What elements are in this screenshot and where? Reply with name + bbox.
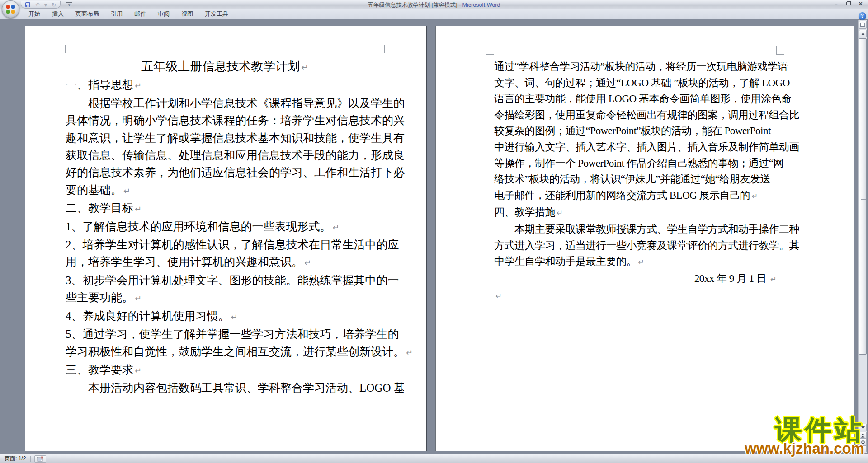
document-page-2[interactable]: 通过“学科整合学习活动”板块的活动，将经历一次玩电脑游戏学语文字、词、句的过程；… [435, 26, 854, 451]
ribbon-tab-8[interactable]: 开发工具 [199, 9, 234, 19]
doc-line: 一、指导思想↵ [66, 76, 384, 94]
vertical-scrollbar[interactable] [858, 20, 867, 453]
page1-text: 五年级上册信息技术教学计划↵一、指导思想↵ 根据学校工作计划和小学信息技术《课程… [66, 58, 384, 397]
scrollbar-grip [861, 198, 866, 201]
paragraph-mark: ↵ [301, 62, 308, 73]
paragraph-mark: ↵ [406, 348, 413, 357]
document-canvas: 五年级上册信息技术教学计划↵一、指导思想↵ 根据学校工作计划和小学信息技术《课程… [0, 19, 868, 454]
doc-line: 些主要功能。↵ [66, 289, 384, 307]
paragraph-mark: ↵ [770, 275, 776, 284]
doc-line: 等操作，制作一个 PowerPoint 作品介绍自己熟悉的事物；通过“网 [494, 155, 776, 172]
paragraph-mark: ↵ [135, 366, 142, 375]
proofing-status-button[interactable] [34, 455, 46, 463]
paragraph-mark: ↵ [231, 312, 238, 322]
doc-line: 获取信息、传输信息、处理信息和应用信息技术手段的能力，形成良 [66, 147, 384, 164]
ruler-toggle-button[interactable] [859, 21, 867, 29]
ribbon-tabs: 开始插入页面布局引用邮件审阅视图开发工具 [23, 9, 234, 19]
status-bar: 页面: 1/2 [0, 454, 868, 463]
doc-line: 用，培养学生学习、使用计算机的兴趣和意识。↵ [66, 253, 384, 271]
doc-line: 二、教学目标↵ [66, 200, 384, 218]
double-chevron-down-icon [861, 447, 865, 451]
paragraph-mark: ↵ [557, 209, 562, 217]
ribbon-tab-4[interactable]: 引用 [105, 9, 128, 19]
arrow-up-icon [861, 33, 865, 35]
word-window: 五年级信息技术教学计划 [兼容模式] - Microsoft Word ↶ ▾ … [0, 0, 868, 463]
help-button[interactable]: ? [859, 12, 866, 20]
restore-icon [846, 1, 851, 5]
doc-line: 文字、词、句的过程；通过“LOGO 基础 ”板块的活动，了解 LOGO [494, 75, 776, 91]
doc-line: 电子邮件，还能利用新的网络交流方式 BLOG 展示自己的↵ [494, 187, 776, 205]
doc-line: 2、培养学生对计算机的感性认识，了解信息技术在日常生活中的应 [66, 236, 384, 253]
doc-line: 络技术”板块的活动，将认识“伊妹儿”并能通过“她“给朋友发送 [494, 171, 776, 187]
ribbon-tab-2[interactable]: 插入 [46, 9, 70, 19]
paragraph-mark: ↵ [333, 223, 340, 232]
undo-button[interactable]: ↶ [34, 2, 41, 8]
doc-line: 通过“学科整合学习活动”板块的活动，将经历一次玩电脑游戏学语 [494, 59, 776, 75]
doc-line: 语言的主要功能，能使用 LOGO 基本命令画简单图形，使用涂色命 [494, 91, 776, 107]
doc-line: 三、教学要求↵ [66, 361, 384, 379]
save-icon [25, 2, 30, 7]
undo-dropdown[interactable]: ▾ [44, 2, 47, 8]
page2-text: 通过“学科整合学习活动”板块的活动，将经历一次玩电脑游戏学语文字、词、句的过程；… [494, 59, 776, 304]
ribbon-tab-3[interactable]: 页面布局 [70, 9, 105, 19]
doc-line: 具体情况，明确小学信息技术课程的任务：培养学生对信息技术的兴 [66, 112, 384, 129]
ribbon-tab-7[interactable]: 视图 [175, 9, 199, 19]
browse-ball-icon [861, 440, 865, 444]
doc-line: 趣和意识，让学生了解或掌握信息技术基本知识和技能，使学生具有 [66, 130, 384, 147]
paragraph-mark: ↵ [638, 258, 644, 267]
minimize-button[interactable]: – [832, 1, 840, 7]
page-indicator[interactable]: 页面: 1/2 [0, 455, 30, 463]
doc-line: 5、通过学习，使学生了解并掌握一些学习方法和技巧，培养学生的 [66, 326, 384, 343]
office-logo-icon [6, 5, 15, 14]
paragraph-mark: ↵ [135, 294, 142, 303]
app-name: - Microsoft Word [459, 2, 500, 8]
scrollbar-thumb[interactable] [859, 38, 867, 355]
paragraph-mark: ↵ [751, 192, 757, 201]
text-boundary-mark [58, 45, 66, 53]
double-chevron-up-icon [861, 433, 865, 438]
doc-line: 本期主要采取课堂教师授课方式、学生自学方式和动手操作三种 [494, 221, 776, 238]
scroll-up-button[interactable] [859, 30, 867, 37]
document-page-1[interactable]: 五年级上册信息技术教学计划↵一、指导思想↵ 根据学校工作计划和小学信息技术《课程… [25, 26, 427, 451]
doc-line: ↵ [494, 287, 776, 304]
doc-line: 令描绘彩图，使用重复命令轻松画出有规律的图案，调用过程组合比 [494, 107, 776, 123]
doc-line: 要的基础。↵ [66, 182, 384, 200]
paragraph-mark: ↵ [135, 81, 142, 90]
arrow-down-icon [861, 426, 865, 429]
document-title: 五年级信息技术教学计划 [兼容模式] [368, 2, 458, 8]
doc-line: 五年级上册信息技术教学计划↵ [66, 58, 384, 76]
scroll-down-button[interactable] [859, 424, 867, 431]
ribbon-tab-5[interactable]: 邮件 [128, 9, 152, 19]
ruler-icon [860, 23, 865, 27]
ribbon-tab-6[interactable]: 审阅 [152, 9, 175, 19]
qat-customize-button[interactable]: ▾ [66, 2, 72, 8]
status-separator [30, 456, 31, 462]
window-title: 五年级信息技术教学计划 [兼容模式] - Microsoft Word [0, 1, 868, 9]
ribbon-tab-1[interactable]: 开始 [23, 9, 46, 19]
office-button[interactable] [2, 0, 19, 18]
restore-button[interactable] [844, 1, 852, 7]
close-button[interactable]: ✕ [857, 1, 864, 7]
ribbon-tab-strip: 开始插入页面布局引用邮件审阅视图开发工具 [0, 9, 868, 19]
paragraph-mark: ↵ [135, 204, 142, 214]
proofing-book-icon [37, 456, 44, 462]
doc-line: 好的信息技术素养，为他们适应信息社会的学习、工作和生活打下必 [66, 164, 384, 181]
next-page-button[interactable] [859, 445, 867, 452]
paragraph-mark: ↵ [304, 258, 311, 267]
doc-line: 根据学校工作计划和小学信息技术《课程指导意见》以及学生的 [66, 95, 384, 112]
doc-line: 中学生自学和动手是最主要的。↵ [494, 253, 776, 271]
text-boundary-mark [384, 45, 392, 53]
doc-line: 学习积极性和自觉性，鼓励学生之间相互交流，进行某些创新设计。↵ [66, 343, 384, 361]
previous-page-button[interactable] [859, 432, 867, 439]
text-boundary-mark [776, 46, 784, 55]
title-bar: 五年级信息技术教学计划 [兼容模式] - Microsoft Word ↶ ▾ … [0, 0, 868, 9]
redo-button[interactable]: ↻ [50, 2, 57, 8]
window-controls: – ✕ [832, 1, 864, 7]
doc-line: 较复杂的图例；通过“PowerPoint”板块的活动，能在 PowerPoint [494, 123, 776, 139]
save-button[interactable] [24, 2, 31, 8]
doc-line: 1、了解信息技术的应用环境和信息的一些表现形式。↵ [66, 218, 384, 236]
doc-line: 本册活动内容包括数码工具常识、学科整合学习活动、LOGO 基 [66, 379, 384, 397]
select-browse-object-button[interactable] [859, 439, 867, 445]
doc-line: 四、教学措施↵ [494, 204, 776, 221]
paragraph-mark: ↵ [495, 292, 501, 300]
